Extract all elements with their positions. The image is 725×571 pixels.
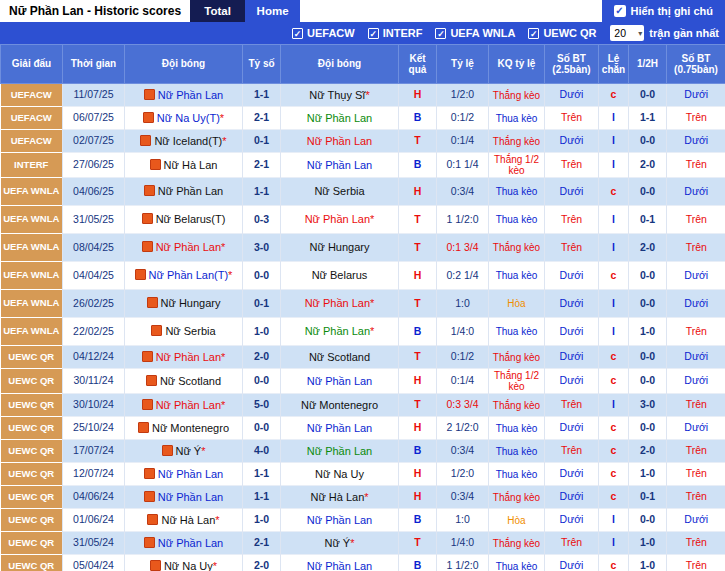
- away-team[interactable]: Nữ Scotland: [281, 346, 399, 369]
- home-team-name[interactable]: Nữ Hà Lan*: [161, 514, 219, 526]
- away-team-name[interactable]: Nữ Phần Lan: [307, 445, 372, 457]
- home-team-name[interactable]: Nữ Na Uy*: [164, 560, 217, 571]
- match-row[interactable]: UEWC QR 30/11/24 Nữ Scotland 0-0 Nữ Phần…: [1, 369, 725, 394]
- away-team[interactable]: Nữ Hà Lan*: [281, 486, 399, 509]
- away-team-name[interactable]: Nữ Na Uy: [315, 468, 364, 480]
- home-team-name[interactable]: Nữ Hà Lan: [164, 159, 218, 171]
- home-team-name[interactable]: Nữ Belarus(T): [156, 213, 226, 225]
- match-row[interactable]: UEFA WNLA 08/04/25 Nữ Phần Lan* 3-0 Nữ H…: [1, 234, 725, 262]
- away-team[interactable]: Nữ Hungary: [281, 234, 399, 262]
- home-team-name[interactable]: Nữ Phần Lan*: [156, 351, 226, 363]
- away-team-name[interactable]: Nữ Phần Lan: [307, 514, 372, 526]
- checkbox-checked-icon[interactable]: ✓: [435, 28, 446, 39]
- match-row[interactable]: UEWC QR 12/07/24 Nữ Phần Lan 1-1 Nữ Na U…: [1, 463, 725, 486]
- match-row[interactable]: UEWC QR 04/12/24 Nữ Phần Lan* 2-0 Nữ Sco…: [1, 346, 725, 369]
- away-team[interactable]: Nữ Phần Lan: [281, 509, 399, 532]
- away-team-name[interactable]: Nữ Phần Lan*: [305, 213, 375, 225]
- away-team-name[interactable]: Nữ Phần Lan: [307, 422, 372, 434]
- away-team-name[interactable]: Nữ Hungary: [310, 241, 370, 253]
- away-team[interactable]: Nữ Phần Lan: [281, 369, 399, 394]
- checkbox-checked-icon[interactable]: ✓: [292, 28, 303, 39]
- home-team-name[interactable]: Nữ Na Uy(T)*: [157, 112, 224, 124]
- away-team[interactable]: Nữ Phần Lan*: [281, 290, 399, 318]
- home-team[interactable]: Nữ Na Uy*: [125, 555, 243, 571]
- away-team-name[interactable]: Nữ Ý*: [325, 537, 355, 549]
- home-team-name[interactable]: Nữ Serbia: [165, 325, 215, 337]
- away-team-name[interactable]: Nữ Phần Lan: [307, 375, 372, 387]
- away-team[interactable]: Nữ Phần Lan: [281, 153, 399, 178]
- competition-filter[interactable]: ✓ UEWC QR: [528, 27, 596, 39]
- away-team[interactable]: Nữ Ý*: [281, 532, 399, 555]
- match-row[interactable]: UEFACW 11/07/25 Nữ Phần Lan 1-1 Nữ Thụy …: [1, 84, 725, 107]
- match-row[interactable]: UEFACW 06/07/25 Nữ Na Uy(T)* 2-1 Nữ Phần…: [1, 107, 725, 130]
- home-team-name[interactable]: Nữ Phần Lan: [158, 89, 223, 101]
- away-team-name[interactable]: Nữ Montenegro: [301, 399, 378, 411]
- competition-filter[interactable]: ✓ INTERF: [368, 27, 423, 39]
- competition-filter[interactable]: ✓ UEFA WNLA: [435, 27, 515, 39]
- home-team-name[interactable]: Nữ Phần Lan*: [156, 399, 226, 411]
- home-team[interactable]: Nữ Iceland(T)*: [125, 130, 243, 153]
- away-team-name[interactable]: Nữ Phần Lan*: [305, 297, 375, 309]
- away-team-name[interactable]: Nữ Phần Lan: [307, 159, 372, 171]
- home-team[interactable]: Nữ Phần Lan*: [125, 234, 243, 262]
- checkbox-checked-icon[interactable]: ✓: [528, 28, 539, 39]
- away-team-name[interactable]: Nữ Hà Lan*: [310, 491, 368, 503]
- away-team-name[interactable]: Nữ Phần Lan: [307, 560, 372, 571]
- home-team-name[interactable]: Nữ Phần Lan(T)*: [149, 269, 233, 281]
- away-team[interactable]: Nữ Phần Lan*: [281, 206, 399, 234]
- home-team-name[interactable]: Nữ Phần Lan: [158, 468, 223, 480]
- home-team-name[interactable]: Nữ Phần Lan: [158, 491, 223, 503]
- match-row[interactable]: UEFACW 02/07/25 Nữ Iceland(T)* 0-1 Nữ Ph…: [1, 130, 725, 153]
- away-team-name[interactable]: Nữ Phần Lan*: [305, 325, 375, 337]
- match-row[interactable]: UEWC QR 31/05/24 Nữ Phần Lan 2-1 Nữ Ý* T…: [1, 532, 725, 555]
- home-team-name[interactable]: Nữ Iceland(T)*: [154, 135, 226, 147]
- away-team[interactable]: Nữ Phần Lan: [281, 417, 399, 440]
- home-team[interactable]: Nữ Hungary: [125, 290, 243, 318]
- show-notes-toggle[interactable]: ✓ Hiển thị ghi chú: [602, 0, 725, 22]
- home-team[interactable]: Nữ Phần Lan: [125, 178, 243, 206]
- home-team[interactable]: Nữ Belarus(T): [125, 206, 243, 234]
- checkbox-checked-icon[interactable]: ✓: [368, 28, 379, 39]
- away-team-name[interactable]: Nữ Serbia: [314, 185, 364, 197]
- home-team[interactable]: Nữ Phần Lan: [125, 486, 243, 509]
- away-team-name[interactable]: Nữ Belarus: [312, 269, 368, 281]
- home-team[interactable]: Nữ Phần Lan(T)*: [125, 262, 243, 290]
- away-team-name[interactable]: Nữ Scotland: [309, 351, 370, 363]
- home-team[interactable]: Nữ Phần Lan: [125, 463, 243, 486]
- home-team[interactable]: Nữ Hà Lan*: [125, 509, 243, 532]
- away-team-name[interactable]: Nữ Phần Lan: [307, 112, 372, 124]
- match-row[interactable]: UEWC QR 05/04/24 Nữ Na Uy* 2-0 Nữ Phần L…: [1, 555, 725, 571]
- home-team-name[interactable]: Nữ Phần Lan*: [156, 241, 226, 253]
- match-row[interactable]: INTERF 27/06/25 Nữ Hà Lan 2-1 Nữ Phần La…: [1, 153, 725, 178]
- home-team[interactable]: Nữ Phần Lan*: [125, 346, 243, 369]
- tab-total[interactable]: Total: [190, 0, 245, 22]
- home-team[interactable]: Nữ Serbia: [125, 318, 243, 346]
- home-team-name[interactable]: Nữ Hungary: [161, 297, 221, 309]
- away-team[interactable]: Nữ Serbia: [281, 178, 399, 206]
- home-team-name[interactable]: Nữ Phần Lan: [158, 537, 223, 549]
- away-team-name[interactable]: Nữ Thụy Sĩ*: [309, 89, 369, 101]
- match-row[interactable]: UEFA WNLA 31/05/25 Nữ Belarus(T) 0-3 Nữ …: [1, 206, 725, 234]
- match-row[interactable]: UEFA WNLA 26/02/25 Nữ Hungary 0-1 Nữ Phầ…: [1, 290, 725, 318]
- away-team[interactable]: Nữ Phần Lan: [281, 130, 399, 153]
- match-row[interactable]: UEFA WNLA 04/04/25 Nữ Phần Lan(T)* 0-0 N…: [1, 262, 725, 290]
- home-team-name[interactable]: Nữ Montenegro: [152, 422, 229, 434]
- home-team-name[interactable]: Nữ Phần Lan: [158, 185, 223, 197]
- away-team[interactable]: Nữ Phần Lan: [281, 555, 399, 571]
- checkbox-checked-icon[interactable]: ✓: [614, 5, 626, 17]
- away-team[interactable]: Nữ Na Uy: [281, 463, 399, 486]
- away-team[interactable]: Nữ Phần Lan*: [281, 318, 399, 346]
- home-team-name[interactable]: Nữ Ý*: [176, 445, 206, 457]
- home-team[interactable]: Nữ Na Uy(T)*: [125, 107, 243, 130]
- home-team[interactable]: Nữ Ý*: [125, 440, 243, 463]
- match-row[interactable]: UEWC QR 01/06/24 Nữ Hà Lan* 1-0 Nữ Phần …: [1, 509, 725, 532]
- match-row[interactable]: UEWC QR 30/10/24 Nữ Phần Lan* 5-0 Nữ Mon…: [1, 394, 725, 417]
- competition-filter[interactable]: ✓ UEFACW: [292, 27, 355, 39]
- away-team[interactable]: Nữ Montenegro: [281, 394, 399, 417]
- match-row[interactable]: UEWC QR 25/10/24 Nữ Montenegro 0-0 Nữ Ph…: [1, 417, 725, 440]
- recent-count-select[interactable]: 20 ▾: [610, 25, 644, 41]
- home-team[interactable]: Nữ Phần Lan: [125, 532, 243, 555]
- home-team[interactable]: Nữ Hà Lan: [125, 153, 243, 178]
- match-row[interactable]: UEFA WNLA 22/02/25 Nữ Serbia 1-0 Nữ Phần…: [1, 318, 725, 346]
- home-team[interactable]: Nữ Phần Lan*: [125, 394, 243, 417]
